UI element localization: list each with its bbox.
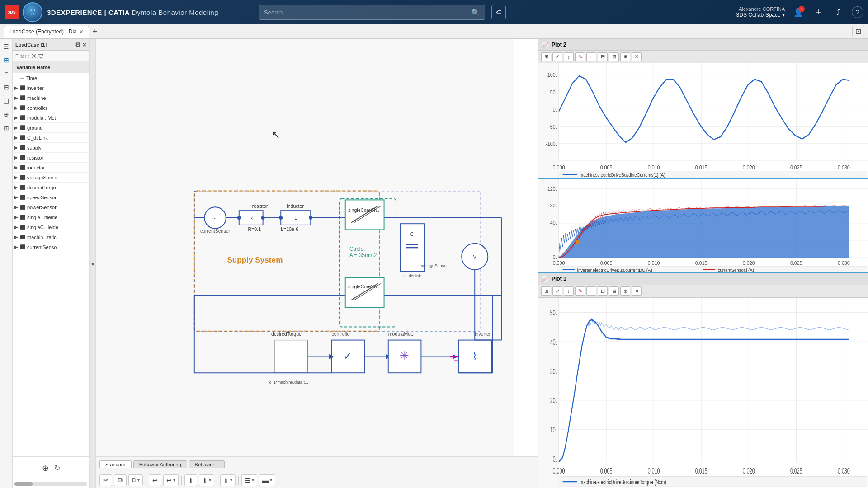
undo-dropdown-button[interactable]: ↩▾ [163,474,179,486]
plot2-btn-9[interactable]: ✕ [632,52,642,61]
search-button[interactable]: 🔍 [471,8,480,17]
svg-text:0.015: 0.015 [695,467,708,475]
plot2-btn-5[interactable]: ← [586,52,596,61]
user-icon[interactable]: 👤 1 [792,6,805,19]
toolbar-separator-4 [238,476,239,485]
tab-loadcase[interactable]: LoadCase (Encrypted) - Dia × [4,26,89,38]
filter-clear-button[interactable]: ✕ [31,52,37,60]
plot2-btn-8[interactable]: ⊕ [620,52,630,61]
var-item-desiredtorque[interactable]: ▶ ⬛ desiredTorqu [13,183,89,192]
var-item-speedsensor[interactable]: ▶ ⬛ speedSensor [13,192,89,202]
search-input[interactable] [264,9,471,16]
copy-button[interactable]: ⧉ [114,474,127,486]
plot1-btn-2[interactable]: ⤢ [552,286,562,296]
svg-text:~: ~ [212,215,216,221]
panel-close-button[interactable]: × [83,41,86,48]
diagram-canvas[interactable]: Supply System ~ currentSensor R resistor… [96,39,538,456]
panel-scrollbar-thumb[interactable] [14,482,33,486]
filter-options-button[interactable]: ▽ [38,52,43,60]
tab-close-button[interactable]: × [80,28,83,35]
share-icon[interactable]: ⤴ [832,6,844,19]
toolbar-separator-2 [181,476,182,485]
tab-maximize-button[interactable]: ⊡ [852,26,864,37]
undo-button[interactable]: ↩ [149,474,161,486]
collab-space[interactable]: 3DS Collab Space ▾ [736,12,785,18]
panel-collapse-handle[interactable]: ◀ [90,39,96,488]
var-item-powersensor[interactable]: ▶ ⬛ powerSensor [13,202,89,212]
help-icon[interactable]: ? [852,6,863,18]
plot2-btn-7[interactable]: ⊠ [609,52,619,61]
var-item-time[interactable]: ▶ — Time [13,73,89,83]
plot1-btn-6[interactable]: ⊟ [598,286,608,296]
tab-behavior-t[interactable]: Behavior T [189,460,225,468]
upload-button[interactable]: ⬆ [184,474,197,486]
user-name: Alexandre CORTINA [739,6,785,12]
sidebar-icon-5[interactable]: ◫ [1,96,11,106]
panel-refresh-icon[interactable]: ↻ [54,464,60,472]
plot2-btn-4[interactable]: ✎ [575,52,585,61]
plot2-title: Plot 2 [552,42,566,48]
plot2-btn-1[interactable]: ⊞ [541,52,551,61]
panel-bottom-actions: ⊕ ↻ [13,456,89,479]
add-dropdown-button[interactable]: ⬆▾ [220,474,236,486]
plot1-btn-7[interactable]: ⊠ [609,286,619,296]
cut-button[interactable]: ✂ [99,474,112,486]
plot2-btn-6[interactable]: ⊟ [598,52,608,61]
svg-text:0.000: 0.000 [553,467,565,475]
svg-text:-50.: -50. [548,123,557,130]
svg-text:-100.: -100. [546,141,557,147]
search-bar[interactable]: 🔍 [259,5,485,20]
var-item-singlecielde[interactable]: ▶ ⬛ singleC...ielde [13,222,89,232]
plot1-chart-icon: 📈 [542,276,549,282]
sidebar-icon-6[interactable]: ⊕ [1,109,11,119]
sidebar-icon-2[interactable]: ⊞ [1,55,11,65]
plot2-header: 📈 Plot 2 [538,39,868,51]
paste-button[interactable]: ⧉▾ [128,474,143,486]
var-item-machinstatic[interactable]: ▶ ⬛ machin...tatic [13,232,89,242]
tab-add-button[interactable]: + [93,28,98,36]
sidebar-icon-3[interactable]: ≡ [1,69,11,79]
svg-text:inverter: inverter [475,331,491,337]
var-item-modulamet[interactable]: ▶ ⬛ modula...Met [13,113,89,123]
var-item-machine[interactable]: ▶ ⬛ machine [13,93,89,103]
svg-rect-22 [345,200,384,230]
layers-button[interactable]: ☰▾ [241,474,257,486]
upload-dropdown-button[interactable]: ⬆▾ [199,474,214,486]
plot1-btn-3[interactable]: ↕ [564,286,574,296]
plot1-btn-9[interactable]: ✕ [632,286,642,296]
var-item-supply[interactable]: ▶ ⬛ supply [13,143,89,153]
3d-spinner-icon[interactable]: 3D v.8 [23,2,42,22]
panel-add-icon[interactable]: ⊕ [42,463,49,473]
var-item-inverter[interactable]: ▶ ⬛ inverter [13,83,89,93]
plot2-btn-2[interactable]: ⤢ [552,52,562,61]
var-item-ground[interactable]: ▶ ⬛ ground [13,123,89,133]
svg-text:0.030: 0.030 [838,467,850,475]
plot1-btn-4[interactable]: ✎ [575,286,585,296]
add-icon[interactable]: + [812,6,825,19]
plot2-btn-3[interactable]: ↕ [564,52,574,61]
plot1-btn-8[interactable]: ⊕ [620,286,630,296]
sidebar-icon-7[interactable]: ⊞ [1,123,11,133]
sidebar-icon-4[interactable]: ⊟ [1,82,11,92]
var-item-singlehielde[interactable]: ▶ ⬛ single...hielde [13,212,89,222]
var-item-inductor[interactable]: ▶ ⬛ inductor [13,163,89,173]
var-item-currentsensor[interactable]: ▶ ⬛ currentSenso [13,242,89,252]
var-item-cdclink[interactable]: ▶ ⬛ C_dcLink [13,133,89,143]
var-item-resistor[interactable]: ▶ ⬛ resistor [13,153,89,163]
svg-text:20.: 20. [550,397,557,405]
panel-settings-button[interactable]: ⚙ [75,41,81,48]
tabbar: LoadCase (Encrypted) - Dia × + ⊡ [0,24,868,39]
tab-behavior-authoring[interactable]: Behavior Authoring [133,460,187,468]
var-item-controller[interactable]: ▶ ⬛ controller [13,103,89,113]
diagram-toolbar: ✂ ⧉ ⧉▾ ↩ ↩▾ ⬆ ⬆▾ ⬆▾ ☰▾ ▬▾ [96,472,538,488]
logo-3ds-icon[interactable]: 3DS [5,5,19,19]
panel-scrollbar[interactable] [13,479,89,488]
svg-text:40.: 40. [550,220,557,225]
tab-standard[interactable]: Standard [99,460,132,468]
var-item-voltagesensor[interactable]: ▶ ⬛ voltageSenso [13,173,89,183]
sidebar-icon-1[interactable]: ☰ [1,42,11,52]
format-button[interactable]: ▬▾ [259,474,275,486]
plot1-btn-1[interactable]: ⊞ [541,286,551,296]
plot1-btn-5[interactable]: ← [586,286,596,296]
tag-button[interactable]: 🏷 [491,5,506,19]
